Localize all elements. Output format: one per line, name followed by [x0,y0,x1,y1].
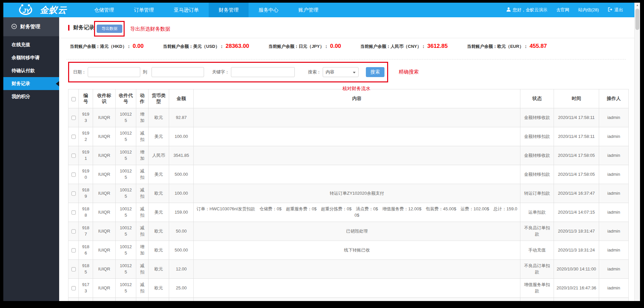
cell-operator: iadmin [599,279,629,298]
search-button[interactable]: 搜索 [366,67,384,77]
search-type-label: 搜索： [308,69,321,75]
column-header: 金额 [169,89,194,108]
cell-amount: 50.00 [169,222,194,241]
balance-item: 当前账户余额：欧元（EUR）：455.87 [467,43,547,50]
cell-operator: iadmin [599,127,629,146]
sidebar-item[interactable]: 余额转移申请 [3,51,59,64]
sidebar-item[interactable]: 财务记录 [3,77,59,90]
logout-icon [608,7,612,13]
cell-checkbox [68,279,79,298]
main-content: 财务记录 导出数据 导出所选财务数据 当前账户余额：港元（HKD）：0.00 当… [59,17,634,301]
cell-amount: 92.87 [169,108,194,127]
date-to-input[interactable] [152,67,204,77]
cell-recipient-code: 100125 [116,222,136,241]
cell-id: 9188 [79,203,93,222]
table-row-partial [68,298,629,301]
cell-currency: 美元 [149,203,169,222]
chevron-circle-icon [11,24,17,30]
title-row: 财务记录 导出数据 导出所选财务数据 [59,17,634,38]
nav-item[interactable]: 账户管理 [288,3,328,17]
row-checkbox[interactable] [71,135,76,139]
cell-recipient-mark: IUIQR [93,279,116,298]
app-logo[interactable]: JY 金蚁云 [15,3,67,17]
cell-content: 线下转账已收 [194,241,520,260]
row-checkbox[interactable] [71,116,76,120]
official-site-link[interactable]: 去官网 [556,7,569,13]
cell-content [194,108,520,127]
cell-status: 不良品订单扣款 [520,222,554,241]
cell-currency: 欧元 [149,222,169,241]
date-to-label: 到 [143,69,147,75]
row-checkbox[interactable] [71,210,76,215]
cell-currency: 美元 [149,165,169,184]
cell-status: 转运订单扣款 [520,184,554,203]
column-header: 内容 [194,89,520,108]
user-greeting[interactable]: 您好，金蚁云演示 [506,7,547,13]
row-checkbox[interactable] [71,229,76,234]
balance-value: 0.00 [330,43,341,49]
nav-item[interactable]: 亚马逊订单 [164,3,209,17]
table-row: 9193 IUIQR 100125 增加 欧元 92.87 金额转移收款 202… [68,108,629,127]
row-checkbox[interactable] [71,286,76,290]
balance-label: 当前账户余额：日元（JPY）： [268,44,329,49]
cell-amount: 12.00 [169,260,194,279]
balance-item: 当前账户余额：美元（USD）：28363.00 [163,43,249,50]
cell-recipient-mark: IUIQR [93,127,116,146]
cell-currency: 欧元 [149,184,169,203]
balance-label: 当前账户余额：人民币（CNY）： [360,44,425,49]
cell-recipient-code: 100125 [116,241,136,260]
row-checkbox[interactable] [71,267,76,271]
cell-action: 减扣 [136,127,149,146]
cell-id: 9185 [79,260,93,279]
chevron-down-icon [353,72,356,73]
sidebar-item[interactable]: 我的积分 [3,90,59,103]
vertical-scrollbar[interactable]: ▲ [634,3,640,301]
nav-item[interactable]: 订单管理 [124,3,164,17]
sidebar-item[interactable]: 待确认付款 [3,64,59,77]
cell-time: 2020/11/4 17:58:05 [554,165,599,184]
keyword-label: 关键字： [212,69,229,75]
cell-time: 2020/11/4 14:07:15 [554,203,599,222]
date-from-input[interactable] [88,67,140,77]
cell-recipient-code: 100125 [116,146,136,165]
cell-recipient-mark: IUIQR [93,260,116,279]
export-data-button[interactable]: 导出数据 [97,25,122,33]
sidebar-section-header[interactable]: 财务管理 [3,17,59,36]
row-checkbox[interactable] [71,154,76,158]
cell-recipient-code: 100125 [116,203,136,222]
keyword-input[interactable] [231,67,295,77]
row-checkbox[interactable] [71,172,76,177]
site-messages-link[interactable]: 站内信(28) [578,7,599,13]
cell-content [194,279,520,298]
nav-item[interactable]: 仓储管理 [84,3,124,17]
select-all-checkbox[interactable] [71,97,76,101]
cell-checkbox [68,203,79,222]
logo-text: 金蚁云 [40,4,67,16]
cell-currency: 美元 [149,127,169,146]
logout-link[interactable]: 退出 [608,7,623,13]
cell-action: 减扣 [136,260,149,279]
cell-action: 增加 [136,146,149,165]
scroll-up-arrow-icon[interactable]: ▲ [635,3,640,8]
cell-status: 不良品订单扣款 [520,260,554,279]
table-row: 9186 IUIQR 100125 增加 欧元 500.00 线下转账已收 手动… [68,241,629,260]
sidebar-item[interactable]: 在线充值 [3,38,59,51]
page-title: 财务记录 [73,24,94,31]
column-header: 收件标识 [93,89,116,108]
table-row: 9173 IUIQR 100125 减扣 欧元 25.00 增值服务单扣款 20… [68,279,629,298]
cell-recipient-code: 100125 [116,279,136,298]
nav-item[interactable]: 服务中心 [249,3,288,17]
search-type-select[interactable]: 内容 [323,67,359,77]
cell-amount: 100.00 [169,184,194,203]
row-checkbox[interactable] [71,248,76,253]
cell-checkbox [68,222,79,241]
scrollbar-thumb[interactable] [635,9,639,30]
finance-records-table: 编号 收件标识 收件代号 动作 货币类型 金额 内容 [68,89,629,301]
row-checkbox[interactable] [71,191,76,196]
balance-item: 当前账户余额：人民币（CNY）：3612.85 [360,43,448,50]
cell-operator: iadmin [599,165,629,184]
column-header: 动作 [136,89,149,108]
cell-action: 增加 [136,108,149,127]
nav-item[interactable]: 财务管理 [209,3,249,17]
column-header: 编号 [79,89,93,108]
